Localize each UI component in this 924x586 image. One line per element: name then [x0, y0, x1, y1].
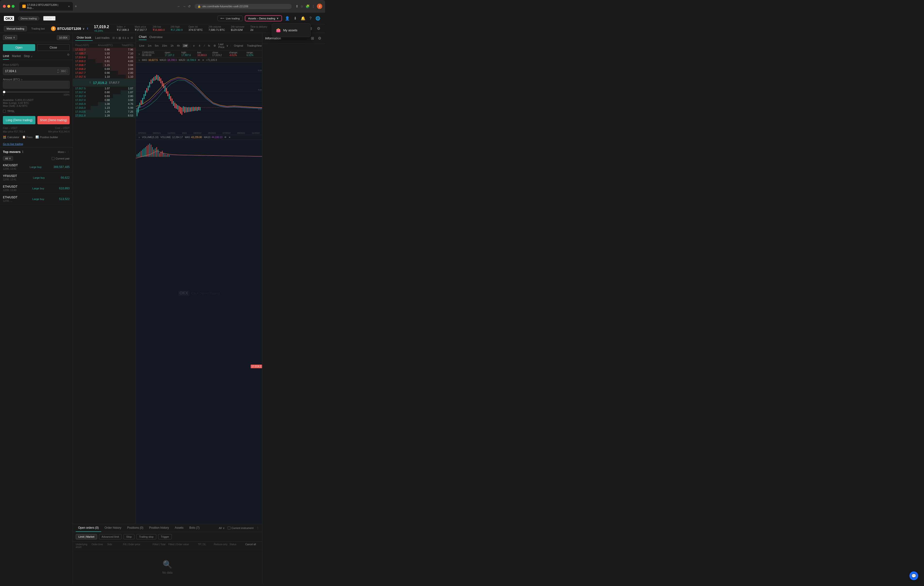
vol-eye-icon[interactable]: 👁 — [224, 136, 227, 139]
ob-view-icon-2[interactable]: ≡ — [116, 36, 117, 40]
bottom-tab-assets[interactable]: Assets — [172, 524, 186, 532]
tf-1m[interactable]: 1m — [147, 44, 152, 48]
go-live-link[interactable]: Go to live trading — [0, 141, 73, 147]
short-button[interactable]: Short (Demo trading) — [37, 116, 70, 124]
last-trades-tab[interactable]: Last trades — [94, 35, 111, 41]
market-tab[interactable]: Market — [12, 53, 21, 60]
grid-icon[interactable]: ⊞ — [310, 35, 315, 41]
mover-item[interactable]: YFII/USDT 12/06, 13:41 Large buy 66,622 — [0, 172, 73, 183]
mover-item[interactable]: ETH/USDT 12/06, ... Large buy 513,522 — [0, 194, 73, 204]
overview-tab[interactable]: Overview — [150, 34, 163, 40]
order-book-tab[interactable]: Order book — [75, 35, 93, 41]
right-settings-icon[interactable]: ⚙ — [317, 35, 322, 41]
bid-row[interactable]: 17,017.3 0.93 2.80 — [73, 94, 135, 98]
bottom-panel-menu[interactable]: ⋮ — [256, 526, 259, 530]
chart-type-candle[interactable]: 🕯 — [197, 44, 202, 48]
bottom-tab-bots-7[interactable]: Bots (7) — [187, 524, 202, 532]
extensions-button[interactable]: 🧩 — [305, 4, 310, 8]
col-cancel-all[interactable]: Cancel all — [245, 543, 259, 548]
order-settings-icon[interactable]: ⚙ — [67, 53, 69, 60]
back-button[interactable]: ← — [177, 4, 180, 8]
tab-close-button[interactable]: ✕ — [68, 5, 70, 8]
tf-more[interactable]: ∨ — [192, 44, 196, 48]
tf-5m[interactable]: 5m — [154, 44, 159, 48]
limit-tab[interactable]: Limit — [3, 53, 9, 60]
bottom-tab-open-orders-0[interactable]: Open orders (0) — [76, 524, 101, 532]
stop-tab[interactable]: Stop — [24, 53, 30, 60]
trade-menu-button[interactable]: Trade ∨ — [43, 16, 56, 21]
bookmark-button[interactable]: ☆ — [300, 4, 304, 8]
leverage-slider[interactable] — [3, 91, 69, 93]
bid-row[interactable]: 17,015.9 1.08 4.76 — [73, 102, 135, 106]
bid-row[interactable]: 17,017.4 0.80 1.87 — [73, 90, 135, 94]
advanced-limit-filter[interactable]: Advanced limit — [99, 534, 122, 540]
close-button[interactable]: Close — [37, 44, 70, 51]
settings-button[interactable]: ⚙ — [316, 25, 321, 32]
open-button[interactable]: Open — [3, 44, 35, 51]
profile-button[interactable]: 👤 — [284, 15, 291, 22]
mover-item[interactable]: KNC/USDT 12/06, 13:41 Large buy 369,587,… — [0, 162, 73, 172]
share-button[interactable]: ⬆ — [295, 4, 299, 8]
tf-1h[interactable]: 1h — [170, 44, 175, 48]
ob-view-icon-1[interactable]: ⊞ — [112, 36, 115, 40]
ob-size-selector[interactable]: 0.1 ∨ — [122, 36, 129, 40]
tf-1w[interactable]: 1W — [182, 44, 188, 48]
download-button[interactable]: ⬇ — [293, 15, 298, 22]
ob-settings-icon[interactable]: ⚙ — [130, 36, 133, 40]
mover-item[interactable]: ETH/USDT 12/06, 13:40 Large buy 610,893 — [0, 183, 73, 194]
ask-row[interactable]: 17,019.6 1.43 6.08 — [73, 55, 135, 59]
calculator-link[interactable]: 🧮 Calculator — [3, 136, 20, 139]
tradingview-btn[interactable]: TradingView — [246, 44, 262, 48]
vol-close-icon[interactable]: ✕ — [229, 136, 231, 139]
bid-row[interactable]: 17,013.6 1.26 7.25 — [73, 110, 135, 114]
bottom-tab-order-history[interactable]: Order history — [102, 524, 124, 532]
chart-indicators[interactable]: fx — [207, 44, 211, 48]
bottom-tab-positions-0[interactable]: Positions (0) — [125, 524, 146, 532]
help-button[interactable]: ? — [309, 15, 312, 22]
price-up-arrow[interactable]: ▲ — [57, 69, 59, 71]
more-link[interactable]: More › ⋮ — [58, 150, 69, 154]
trailing-stop-filter[interactable]: Trailing stop — [136, 534, 156, 540]
slider-thumb[interactable] — [3, 91, 5, 93]
stop-filter[interactable]: Stop — [124, 534, 134, 540]
language-button[interactable]: 🌐 — [315, 15, 321, 22]
browser-menu-button[interactable]: ⋮ — [312, 4, 315, 8]
ask-row[interactable]: 17,017.6 1.10 1.10 — [73, 75, 135, 79]
address-bar[interactable]: 🔒 okx.com/trade-futures/btc-usdt-221209 — [195, 4, 292, 9]
cross-button[interactable]: Cross ∨ — [3, 35, 17, 40]
demo-trading-badge[interactable]: Demo trading — [18, 16, 39, 21]
reload-button[interactable]: ↺ — [188, 4, 191, 8]
bottom-tab-position-history[interactable]: Position history — [147, 524, 171, 532]
ask-row[interactable]: 17,019.2 0.81 4.65 — [73, 59, 135, 63]
current-instrument-checkbox[interactable] — [228, 526, 231, 530]
assets-demo-button[interactable]: Assets – Demo trading ∨ — [245, 15, 282, 22]
trading-bot-button[interactable]: Trading bot — [29, 26, 47, 31]
ask-row[interactable]: 17,018.2 0.69 2.69 — [73, 67, 135, 71]
price-input[interactable] — [5, 70, 56, 73]
ma-eye-icon[interactable]: 👁 — [198, 59, 200, 61]
bid-row[interactable]: 17,015.0 1.23 5.99 — [73, 106, 135, 110]
my-assets-item[interactable]: 👛 My assets — [272, 25, 310, 35]
notifications-button[interactable]: 🔔 — [300, 15, 307, 22]
chart-draw-line[interactable]: ∕ — [203, 44, 206, 48]
tf-4h[interactable]: 4h — [176, 44, 181, 48]
browser-tab-active[interactable]: O 17,019.2 BTCUSDT1209 | Buy... ✕ — [20, 2, 73, 11]
tf-15m[interactable]: 15m — [161, 44, 168, 48]
ask-row[interactable]: 17,022.0 0.86 7.96 — [73, 48, 135, 51]
limit-market-filter[interactable]: Limit | Market — [76, 534, 97, 540]
fees-link[interactable]: 📋 Fees — [22, 136, 33, 139]
minimize-window-button[interactable] — [7, 5, 10, 8]
ask-row[interactable]: 17,020.7 1.02 7.10 — [73, 51, 135, 55]
price-down-arrow[interactable]: ▼ — [57, 71, 59, 74]
new-tab-button[interactable]: + — [74, 4, 78, 8]
ma-close-icon[interactable]: ✕ — [202, 59, 204, 61]
long-button[interactable]: Long (Demo trading) — [3, 116, 35, 124]
browser-user-avatar[interactable]: J — [317, 3, 322, 9]
forward-button[interactable]: → — [183, 4, 186, 8]
current-pair-checkbox[interactable] — [52, 157, 54, 160]
manual-trading-button[interactable]: Manual trading — [4, 26, 27, 31]
bid-row[interactable]: 17,017.5 1.07 1.07 — [73, 86, 135, 90]
leverage-button[interactable]: 10.00X — [57, 35, 69, 40]
ask-row[interactable]: 17,017.7 0.90 2.00 — [73, 71, 135, 75]
close-window-button[interactable] — [3, 5, 6, 8]
